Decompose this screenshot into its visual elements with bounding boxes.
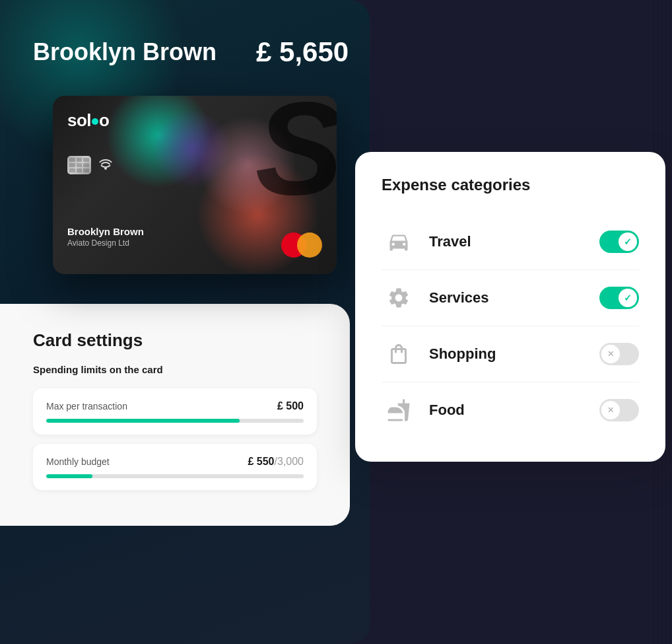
card-cardholder: Brooklyn Brown Aviato Design Ltd [67,226,144,248]
credit-card: S solo Brooklyn Brown [53,96,337,274]
shopping-icon [382,337,416,371]
travel-toggle-knob [619,233,637,251]
chip-cell [83,168,89,172]
food-toggle-knob [601,401,620,419]
monthly-value-main: £ 550 [248,456,274,467]
food-icon [382,393,416,427]
monthly-budget-label: Monthly budget [46,456,110,467]
services-icon [382,281,416,315]
chip-cell [69,168,75,172]
card-settings-title: Card settings [33,330,317,351]
mastercard-logo [281,233,322,258]
card-container: S solo Brooklyn Brown [53,96,337,274]
category-row-travel: Travel [382,214,639,270]
card-name: Brooklyn Brown [67,226,144,237]
card-chip-area [67,155,114,175]
chip-cell [77,163,83,167]
card-logo: solo [67,110,109,131]
services-toggle[interactable] [599,287,639,309]
monthly-budget-progress-bg [46,474,304,478]
limit-header-monthly: Monthly budget £ 550/3,000 [46,456,304,468]
category-row-food: Food [382,382,639,438]
travel-toggle[interactable] [599,231,639,253]
monthly-budget-card: Monthly budget £ 550/3,000 [33,444,317,490]
expense-categories-panel: Expense categories Travel Services [355,152,665,462]
card-big-letter: S [255,96,337,215]
shopping-toggle-knob [601,345,620,363]
travel-name: Travel [429,233,599,250]
chip-cell [77,168,83,172]
max-transaction-progress-bg [46,419,304,423]
header: Brooklyn Brown £ 5,650 [33,36,349,68]
shopping-toggle[interactable] [599,343,639,365]
user-name: Brooklyn Brown [33,38,217,66]
food-toggle[interactable] [599,399,639,421]
card-company: Aviato Design Ltd [67,238,144,248]
limit-header-transaction: Max per transaction £ 500 [46,400,304,412]
max-transaction-card: Max per transaction £ 500 [33,388,317,435]
shopping-name: Shopping [429,345,599,363]
services-name: Services [429,289,599,306]
spending-limits-label: Spending limits on the card [33,364,317,375]
soldo-dot [92,118,98,125]
chip-cell [83,158,89,162]
max-transaction-value: £ 500 [277,400,304,412]
category-row-services: Services [382,270,639,326]
chip-cell [69,158,75,162]
food-name: Food [429,402,599,419]
monthly-budget-progress-fill [46,474,92,478]
chip-cell [77,158,83,162]
chip-cell [83,163,89,167]
soldo-brand: solo [67,110,109,130]
contactless-icon [98,155,114,175]
category-row-shopping: Shopping [382,326,639,382]
monthly-budget-value: £ 550/3,000 [248,456,304,468]
max-transaction-label: Max per transaction [46,401,127,411]
services-toggle-knob [619,289,637,307]
card-settings-panel: Card settings Spending limits on the car… [0,304,350,526]
mc-orange-circle [297,233,322,258]
monthly-value-total: /3,000 [275,456,304,467]
travel-icon [382,225,416,259]
max-transaction-progress-fill [46,419,240,423]
card-chip [67,156,91,174]
balance-amount: £ 5,650 [256,36,349,68]
chip-cell [69,163,75,167]
expense-categories-title: Expense categories [382,176,639,194]
